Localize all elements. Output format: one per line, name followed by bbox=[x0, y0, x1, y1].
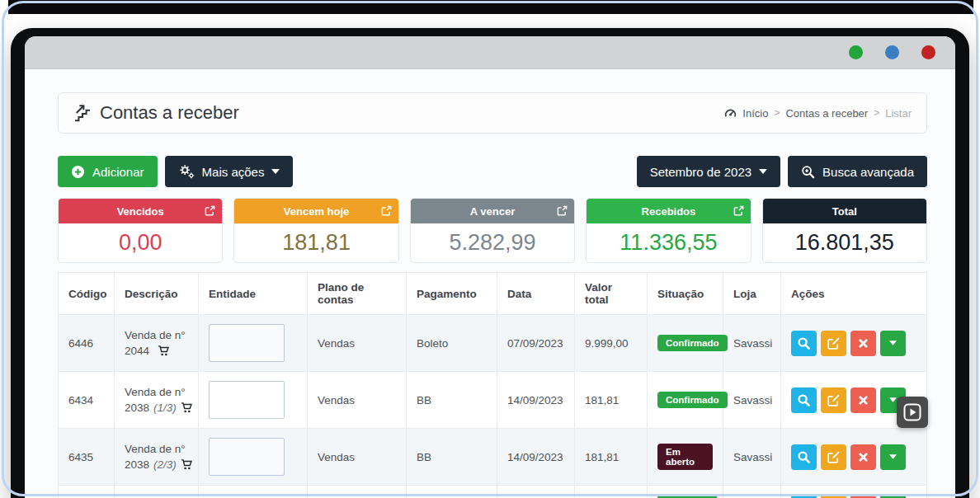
search-plus-icon bbox=[801, 165, 815, 179]
table-row: 6446 Venda de n° 2044 bbox=[59, 315, 927, 372]
cell-valor-total: 181,81 bbox=[575, 372, 648, 429]
card-a-vencer: A vencer 5.282,99 bbox=[410, 198, 575, 263]
window-dot-red[interactable] bbox=[921, 45, 935, 59]
x-icon bbox=[858, 395, 869, 406]
page-title: Contas a receber bbox=[73, 102, 239, 124]
cell-entidade bbox=[199, 315, 308, 372]
status-badge: Em aberto bbox=[657, 444, 713, 470]
cell-pagamento: BB bbox=[407, 372, 497, 429]
cart-icon[interactable] bbox=[158, 345, 170, 357]
top-black-strip bbox=[8, 0, 973, 14]
caret-down-icon bbox=[889, 454, 897, 459]
pencil-square-icon bbox=[827, 450, 841, 464]
page-body: Contas a receber Início > Contas a receb… bbox=[25, 69, 955, 498]
external-link-icon[interactable] bbox=[557, 205, 568, 216]
card-title: Recebidos bbox=[642, 205, 696, 218]
cell-plano-de-contas: Vendas bbox=[308, 315, 407, 372]
external-link-icon[interactable] bbox=[381, 205, 392, 216]
pencil-square-icon bbox=[827, 336, 841, 350]
cell-acoes bbox=[781, 429, 927, 486]
cart-icon[interactable] bbox=[181, 402, 193, 414]
table-row-partial bbox=[59, 486, 927, 498]
col-situacao: Situação bbox=[648, 273, 723, 315]
edit-button[interactable] bbox=[821, 331, 846, 356]
view-button[interactable] bbox=[791, 494, 817, 498]
cell-loja: Savassi bbox=[723, 315, 781, 372]
breadcrumb-section[interactable]: Contas a receber bbox=[785, 107, 868, 120]
window-dot-green[interactable] bbox=[849, 45, 863, 59]
card-value: 16.801,35 bbox=[763, 223, 926, 262]
view-button[interactable] bbox=[791, 444, 817, 470]
cell-pagamento: Boleto bbox=[407, 315, 497, 372]
magnifier-icon bbox=[797, 336, 811, 350]
cell-plano-de-contas: Vendas bbox=[308, 372, 407, 429]
delete-button[interactable] bbox=[850, 444, 876, 470]
window-titlebar bbox=[25, 36, 955, 69]
receivables-table-wrap: Código Descrição Entidade Plano de conta… bbox=[58, 272, 927, 498]
cart-icon[interactable] bbox=[181, 458, 193, 471]
card-title: Vencem hoje bbox=[284, 205, 349, 218]
status-badge: Confirmado bbox=[657, 335, 728, 351]
edit-button[interactable] bbox=[821, 444, 846, 470]
table-row: 6435 Venda de n° 2038 (2/3) bbox=[59, 429, 927, 486]
video-play-widget[interactable] bbox=[897, 397, 928, 428]
cell-descricao: Venda de n° 2038 (2/3) bbox=[115, 429, 199, 486]
magnifier-icon bbox=[797, 450, 811, 464]
col-descricao: Descrição bbox=[115, 273, 199, 315]
col-pagamento: Pagamento bbox=[407, 273, 497, 315]
row-dropdown-button[interactable] bbox=[880, 444, 906, 470]
cell-plano-de-contas: Vendas bbox=[308, 429, 407, 486]
delete-button[interactable] bbox=[850, 331, 876, 356]
period-selector-button[interactable]: Setembro de 2023 bbox=[637, 156, 780, 187]
summary-cards: Vencidos 0,00 Vencem hoje bbox=[58, 198, 927, 263]
cell-acoes bbox=[781, 315, 927, 372]
status-badge: Confirmado bbox=[657, 392, 728, 408]
add-button-label: Adicionar bbox=[92, 165, 144, 179]
cell-situacao: Confirmado bbox=[648, 372, 723, 429]
cell-codigo: 6446 bbox=[59, 315, 115, 372]
entity-redacted-box bbox=[209, 438, 285, 476]
card-value: 11.336,55 bbox=[587, 223, 750, 262]
cell-codigo: 6434 bbox=[59, 372, 115, 429]
view-button[interactable] bbox=[791, 331, 817, 356]
window-dot-blue[interactable] bbox=[885, 45, 899, 59]
cell-pagamento: BB bbox=[407, 429, 497, 486]
advanced-search-label: Busca avançada bbox=[822, 165, 914, 179]
caret-down-icon bbox=[889, 341, 897, 345]
external-link-icon[interactable] bbox=[733, 205, 744, 216]
cell-data: 07/09/2023 bbox=[497, 315, 575, 372]
col-plano-de-contas: Plano de contas bbox=[308, 273, 407, 315]
magnifier-icon bbox=[797, 393, 811, 407]
cell-entidade bbox=[199, 429, 308, 486]
cell-valor-total: 181,81 bbox=[575, 429, 648, 486]
breadcrumb-current: Listar bbox=[885, 107, 912, 120]
breadcrumb-separator: > bbox=[874, 107, 879, 119]
edit-button[interactable] bbox=[821, 494, 846, 498]
add-button[interactable]: Adicionar bbox=[58, 156, 158, 187]
external-link-icon[interactable] bbox=[205, 205, 215, 216]
more-actions-button[interactable]: Mais ações bbox=[165, 156, 294, 187]
delete-button[interactable] bbox=[850, 494, 876, 498]
row-dropdown-button[interactable] bbox=[880, 494, 906, 498]
col-data: Data bbox=[497, 273, 575, 315]
cell-descricao: Venda de n° 2038 (1/3) bbox=[115, 372, 199, 429]
breadcrumb-home[interactable]: Início bbox=[742, 107, 768, 120]
edit-button[interactable] bbox=[821, 388, 846, 413]
advanced-search-button[interactable]: Busca avançada bbox=[788, 156, 927, 187]
x-icon bbox=[858, 452, 869, 463]
caret-down-icon bbox=[271, 169, 280, 174]
play-icon bbox=[902, 402, 922, 422]
status-badge bbox=[657, 494, 717, 498]
cell-descricao: Venda de n° 2044 bbox=[115, 315, 199, 372]
entity-redacted-box bbox=[209, 324, 285, 362]
cell-data: 14/09/2023 bbox=[497, 429, 575, 486]
delete-button[interactable] bbox=[850, 388, 876, 413]
card-title: A vencer bbox=[470, 205, 515, 218]
cell-situacao: Confirmado bbox=[648, 315, 723, 372]
page-header-panel: Contas a receber Início > Contas a receb… bbox=[58, 92, 927, 134]
card-total: Total 16.801,35 bbox=[762, 198, 927, 263]
pencil-square-icon bbox=[827, 393, 841, 407]
view-button[interactable] bbox=[791, 388, 817, 413]
row-dropdown-button[interactable] bbox=[880, 331, 906, 356]
period-label: Setembro de 2023 bbox=[650, 165, 751, 179]
